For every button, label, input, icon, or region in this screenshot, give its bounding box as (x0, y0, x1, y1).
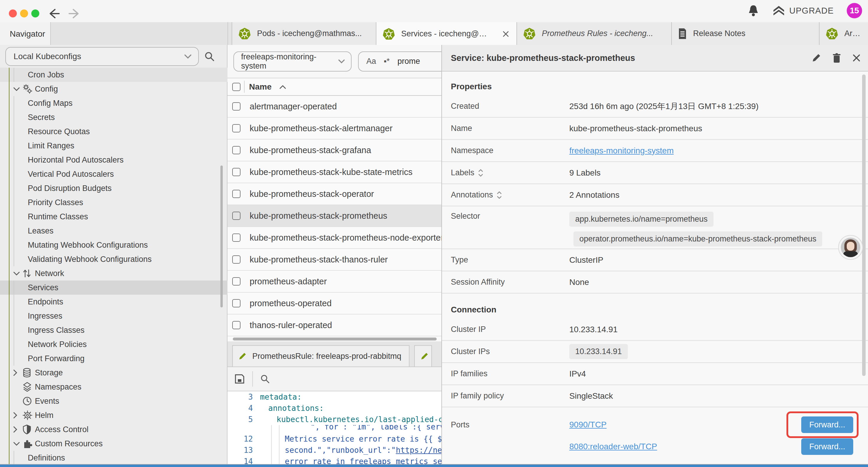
sidebar-item-config[interactable]: Config (0, 82, 227, 96)
edit-pencil-icon[interactable] (811, 53, 821, 63)
table-row[interactable]: kube-prometheus-stack-grafana (227, 140, 441, 162)
sidebar-item-helm[interactable]: Helm (0, 408, 227, 422)
close-icon[interactable] (502, 30, 509, 37)
name-column-header[interactable]: Name (249, 82, 272, 92)
upgrade-button[interactable]: UPGRADE (772, 5, 834, 17)
editor-tab-prometheusrule[interactable]: PrometheusRule: freeleaps-prod-rabbitmq (232, 345, 409, 367)
sidebar-item-services[interactable]: Services (0, 281, 227, 295)
editor-search-icon[interactable] (260, 374, 270, 384)
chevron-right-icon[interactable] (13, 369, 18, 376)
resource-search-input[interactable]: Aa ▪* prome (358, 52, 441, 71)
editor-line[interactable]: 3metadata: (227, 391, 441, 403)
save-icon[interactable] (234, 373, 245, 384)
back-icon[interactable] (47, 8, 60, 20)
editor-line[interactable]: ", for : "1m", labels :{ service : " (227, 425, 441, 433)
row-checkbox[interactable] (232, 168, 241, 176)
row-checkbox[interactable] (232, 277, 241, 286)
port-link[interactable]: 8080:reloader-web/TCP (569, 442, 657, 451)
sidebar-item-cron-jobs[interactable]: Cron Jobs (0, 68, 227, 82)
sidebar-item-config-maps[interactable]: Config Maps (0, 96, 227, 110)
sidebar-item-limit-ranges[interactable]: Limit Ranges (0, 139, 227, 153)
close-icon[interactable] (852, 54, 861, 62)
sidebar-item-mutating-webhook-configurations[interactable]: Mutating Webhook Configurations (0, 238, 227, 252)
match-case-toggle[interactable]: Aa (366, 57, 376, 66)
chevron-right-icon[interactable] (13, 426, 18, 433)
tab-services[interactable]: Services - icecheng@math... (376, 22, 517, 46)
sidebar-item-horizontal-pod-autoscalers[interactable]: Horizontal Pod Autoscalers (0, 153, 227, 167)
table-row[interactable]: prometheus-operated (227, 293, 441, 315)
tab-pods[interactable]: Pods - icecheng@mathmas... (231, 22, 376, 45)
minimize-window-button[interactable] (20, 9, 28, 18)
sidebar-item-priority-classes[interactable]: Priority Classes (0, 195, 227, 209)
sidebar-item-runtime-classes[interactable]: Runtime Classes (0, 209, 227, 224)
port-link[interactable]: 9090/TCP (569, 420, 607, 430)
row-checkbox[interactable] (232, 102, 241, 111)
sidebar-item-resource-quotas[interactable]: Resource Quotas (0, 124, 227, 139)
sidebar-item-network-policies[interactable]: Network Policies (0, 337, 227, 351)
expand-icon[interactable] (497, 191, 502, 200)
table-row[interactable]: kube-prometheus-stack-alertmanager (227, 118, 441, 140)
sidebar-item-definitions[interactable]: Definitions (0, 451, 227, 465)
maximize-window-button[interactable] (31, 9, 39, 18)
row-checkbox[interactable] (232, 212, 241, 220)
sidebar-item-secrets[interactable]: Secrets (0, 110, 227, 124)
regex-toggle[interactable]: ▪* (384, 57, 390, 66)
sidebar-item-vertical-pod-autoscalers[interactable]: Vertical Pod Autoscalers (0, 167, 227, 181)
table-row[interactable]: kube-prometheus-stack-prometheus-node-ex… (227, 227, 441, 249)
sidebar-item-events[interactable]: Events (0, 394, 227, 408)
row-checkbox[interactable] (232, 321, 241, 329)
editor-line[interactable]: 12Metrics service error rate is {{ $va (227, 433, 441, 444)
sidebar-item-ingresses[interactable]: Ingresses (0, 309, 227, 323)
sidebar-item-port-forwarding[interactable]: Port Forwarding (0, 351, 227, 366)
notifications-bell-icon[interactable] (747, 4, 759, 17)
table-row[interactable]: alertmanager-operated (227, 96, 441, 118)
sidebar-search-icon[interactable] (204, 51, 215, 62)
sidebar-item-endpoints[interactable]: Endpoints (0, 295, 227, 309)
detail-scrollbar[interactable] (862, 75, 866, 376)
sidebar-item-leases[interactable]: Leases (0, 224, 227, 238)
avatar[interactable] (838, 235, 863, 260)
row-checkbox[interactable] (232, 255, 241, 264)
kubeconfig-selector[interactable]: Local Kubeconfigs (5, 47, 199, 66)
yaml-editor[interactable]: 3metadata:4annotations:5kubectl.kubernet… (227, 391, 441, 467)
chevron-down-icon[interactable] (13, 271, 20, 276)
sidebar-item-ingress-classes[interactable]: Ingress Classes (0, 323, 227, 337)
tab-prometheus[interactable]: Prometheus Rules - icecheng... (517, 22, 672, 45)
select-all-checkbox[interactable] (232, 83, 241, 91)
sidebar-item-validating-webhook-configurations[interactable]: Validating Webhook Configurations (0, 252, 227, 266)
namespace-selector[interactable]: freeleaps-monitoring-system (234, 52, 351, 71)
table-row[interactable]: thanos-ruler-operated (227, 315, 441, 337)
editor-line[interactable]: 4annotations: (227, 403, 441, 414)
row-checkbox[interactable] (232, 299, 241, 308)
close-window-button[interactable] (9, 9, 17, 18)
editor-tab-next[interactable] (414, 345, 432, 367)
table-row[interactable]: kube-prometheus-stack-thanos-ruler (227, 249, 441, 271)
table-row[interactable]: kube-prometheus-stack-kube-state-metrics (227, 162, 441, 183)
sidebar-item-access-control[interactable]: Access Control (0, 422, 227, 437)
chevron-right-icon[interactable] (13, 412, 18, 419)
chevron-down-icon[interactable] (13, 87, 20, 91)
forward-button[interactable]: Forward... (801, 438, 853, 455)
table-row[interactable]: kube-prometheus-stack-operator (227, 183, 441, 205)
table-row[interactable]: kube-prometheus-stack-prometheus (227, 205, 441, 227)
sidebar-scrollbar[interactable] (220, 166, 223, 308)
tab-argo[interactable]: Argo Se (819, 22, 868, 45)
table-row[interactable]: prometheus-adapter (227, 271, 441, 293)
notification-count-badge[interactable]: 15 (847, 3, 862, 18)
sidebar-item-namespaces[interactable]: Namespaces (0, 380, 227, 394)
chevron-down-icon[interactable] (13, 442, 20, 446)
row-checkbox[interactable] (232, 233, 241, 242)
tab-release[interactable]: Release Notes (672, 22, 819, 45)
sidebar-item-storage[interactable]: Storage (0, 366, 227, 380)
editor-line[interactable]: 13second.","runbook_url":"https://net (227, 444, 441, 456)
forward-icon[interactable] (68, 8, 81, 20)
tab-navigator[interactable]: Navigator (0, 22, 51, 46)
editor-line[interactable]: 5kubectl.kubernetes.io/last-applied-co (227, 414, 441, 425)
row-checkbox[interactable] (232, 124, 241, 133)
horizontal-scrollbar[interactable] (233, 338, 437, 341)
row-checkbox[interactable] (232, 146, 241, 154)
sort-ascending-icon[interactable] (279, 85, 286, 89)
delete-trash-icon[interactable] (832, 53, 841, 63)
row-checkbox[interactable] (232, 190, 241, 198)
sidebar-item-custom-resources[interactable]: Custom Resources (0, 437, 227, 451)
